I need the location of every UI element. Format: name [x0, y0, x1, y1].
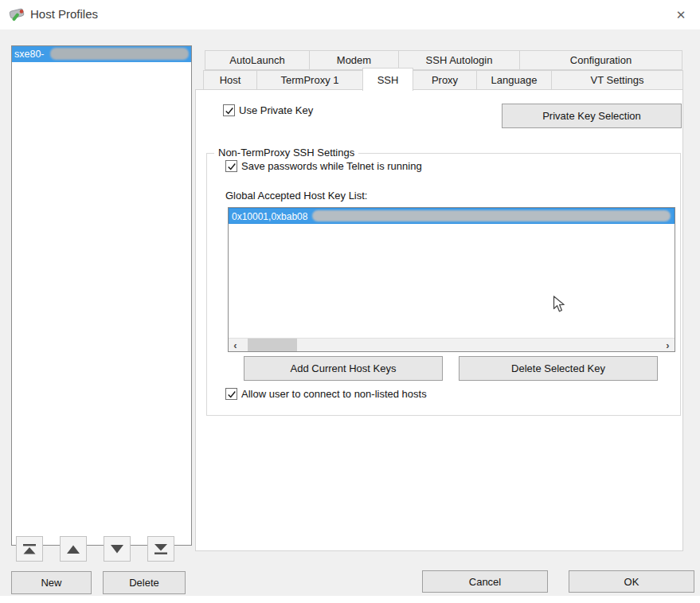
allow-non-listed-hosts-checkbox[interactable]: Allow user to connect to non-listed host…	[225, 388, 427, 400]
move-up-button[interactable]	[60, 536, 87, 562]
move-to-bottom-icon	[153, 543, 169, 555]
save-passwords-checkbox[interactable]: Save passwords while Telnet is running	[225, 160, 422, 172]
scroll-left-icon[interactable]: ‹	[229, 339, 242, 351]
host-key-listbox[interactable]: 0x10001,0xbab08 ‹ ›	[228, 207, 675, 352]
app-icon	[8, 6, 25, 22]
private-key-selection-button[interactable]: Private Key Selection	[502, 104, 682, 128]
new-profile-button[interactable]: New	[11, 571, 92, 594]
window-title: Host Profiles	[30, 7, 98, 21]
move-to-bottom-button[interactable]	[147, 536, 174, 562]
move-up-icon	[65, 543, 81, 555]
checkbox-box[interactable]	[223, 104, 235, 116]
save-passwords-label: Save passwords while Telnet is running	[241, 160, 422, 172]
checkmark-icon	[225, 106, 234, 116]
allow-non-listed-hosts-label: Allow user to connect to non-listed host…	[241, 388, 427, 400]
bottom-strip	[0, 596, 700, 603]
move-down-button[interactable]	[104, 536, 131, 562]
profile-listbox[interactable]: sxe80-	[11, 45, 192, 546]
tab-ssh-active[interactable]: SSH	[362, 68, 413, 91]
tab-configuration[interactable]: Configuration	[519, 50, 682, 70]
redacted-profile-name	[50, 48, 189, 60]
tab-language[interactable]: Language	[476, 70, 552, 90]
delete-selected-key-button[interactable]: Delete Selected Key	[459, 356, 658, 381]
host-key-list-label: Global Accepted Host Key List:	[225, 190, 367, 202]
tab-host[interactable]: Host	[203, 70, 257, 90]
use-private-key-checkbox[interactable]: Use Private Key	[223, 104, 313, 116]
move-to-top-icon	[22, 543, 37, 555]
cancel-button[interactable]: Cancel	[422, 570, 548, 593]
move-to-top-button[interactable]	[16, 536, 43, 562]
tab-proxy[interactable]: Proxy	[413, 70, 477, 90]
profile-list-item-selected[interactable]: sxe80-	[12, 46, 191, 62]
add-current-host-keys-button[interactable]: Add Current Host Keys	[244, 356, 443, 381]
scroll-right-icon[interactable]: ›	[661, 339, 675, 351]
profile-name: sxe80-	[12, 49, 45, 60]
host-key-value: 0x10001,0xbab08	[229, 211, 307, 222]
tab-autolaunch[interactable]: AutoLaunch	[205, 50, 310, 70]
scrollbar-thumb[interactable]	[248, 339, 297, 351]
horizontal-scrollbar[interactable]: ‹ ›	[229, 338, 675, 351]
host-key-item-selected[interactable]: 0x10001,0xbab08	[229, 208, 675, 224]
ok-button[interactable]: OK	[569, 570, 694, 593]
checkmark-icon	[227, 390, 237, 399]
tab-ssh-autologin[interactable]: SSH Autologin	[398, 50, 520, 70]
close-icon[interactable]: ✕	[667, 4, 694, 26]
title-bar: Host Profiles ✕	[0, 0, 700, 29]
delete-profile-button[interactable]: Delete	[103, 571, 186, 594]
redacted-host-key	[312, 210, 671, 221]
tab-termproxy1[interactable]: TermProxy 1	[256, 70, 363, 90]
checkbox-box[interactable]	[225, 388, 237, 400]
checkmark-icon	[227, 162, 237, 171]
host-profiles-dialog: Host Profiles ✕ sxe80- New Delete	[0, 0, 700, 603]
group-title: Non-TermProxy SSH Settings	[214, 147, 358, 159]
checkbox-box[interactable]	[225, 160, 237, 172]
use-private-key-label: Use Private Key	[239, 104, 313, 116]
tab-vt-settings[interactable]: VT Settings	[551, 70, 683, 90]
move-down-icon	[109, 543, 125, 555]
